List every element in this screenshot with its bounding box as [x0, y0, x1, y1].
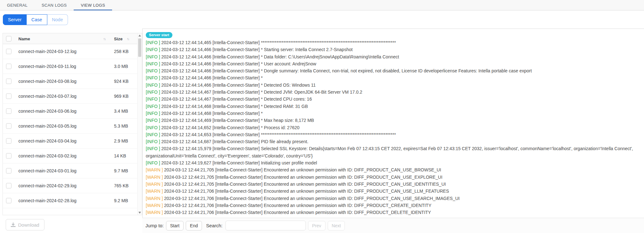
tab-view-logs[interactable]: VIEW LOGS — [74, 0, 112, 10]
name-column-header: Name — [18, 36, 30, 41]
log-line: [WARN ] 2024-03-12 12:44:21,705 [Intella… — [146, 174, 644, 181]
log-line: [INFO ] 2024-03-12 12:44:14,467 [Intella… — [146, 96, 644, 103]
jump-start-button[interactable]: Start — [166, 221, 184, 230]
size-column-header: Size — [114, 36, 123, 41]
log-level-tag: [INFO ] — [146, 90, 161, 95]
log-line: [INFO ] 2024-03-12 12:44:19,627 [Intella… — [146, 159, 644, 166]
file-size: 2.9 MB — [114, 138, 128, 143]
table-row[interactable]: connect-main-2024-03-12.log258 KB — [3, 44, 142, 59]
log-line: [WARN ] 2024-03-12 12:44:21,706 [Intella… — [146, 209, 644, 216]
log-level-tag: [WARN ] — [146, 196, 164, 201]
log-level-tag: [INFO ] — [146, 132, 161, 137]
jump-end-button[interactable]: End — [186, 221, 202, 230]
log-line: [INFO ] 2024-03-12 12:44:14,469 [Intella… — [146, 117, 644, 124]
file-name: connect-main-2024-03-01.log — [18, 168, 77, 173]
log-level-tag: [INFO ] — [146, 125, 161, 130]
log-file-panel: Name ↑↓ Size ↑↓ connect-main-2024-03-12.… — [3, 33, 142, 215]
file-size: 3.0 MB — [114, 64, 128, 69]
file-name: connect-main-2024-03-11.log — [18, 64, 76, 69]
table-row[interactable]: connect-main-2024-03-02.log14 KB — [3, 149, 142, 163]
log-line: [INFO ] 2024-03-12 12:44:14,465 [Intella… — [146, 39, 644, 46]
download-button[interactable]: Download — [6, 219, 44, 230]
table-row[interactable]: connect-main-2024-03-06.log3.4 MB — [3, 104, 142, 119]
file-table-header: Name ↑↓ Size ↑↓ — [3, 33, 142, 44]
scroll-down-icon[interactable] — [138, 212, 141, 214]
toggle-server-button[interactable]: Server — [3, 14, 27, 25]
log-level-tag: [INFO ] — [146, 54, 161, 59]
log-level-tag: [INFO ] — [146, 68, 161, 73]
file-name: connect-main-2024-03-02.log — [18, 153, 77, 158]
log-line: organizationalUnit='Intella Connect', ci… — [146, 152, 644, 159]
next-button[interactable]: Next — [328, 221, 345, 230]
file-name: connect-main-2024-02-29.log — [18, 183, 77, 188]
search-label: Search: — [206, 223, 223, 228]
file-name: connect-main-2024-03-08.log — [18, 79, 77, 84]
sort-name-icon[interactable]: ↑↓ — [103, 37, 105, 41]
log-line: [INFO ] 2024-03-12 12:44:14,466 [Intella… — [146, 67, 644, 74]
log-line: [INFO ] 2024-03-12 12:44:14,466 [Intella… — [146, 74, 644, 81]
log-level-tag: [INFO ] — [146, 40, 161, 45]
log-line: [WARN ] 2024-03-12 12:44:21,705 [Intella… — [146, 166, 644, 173]
row-checkbox[interactable] — [6, 94, 11, 99]
log-level-tag: [INFO ] — [146, 146, 161, 151]
sort-size-icon[interactable]: ↑↓ — [127, 37, 129, 41]
log-line: [INFO ] 2024-03-12 12:44:14,652 [Intella… — [146, 124, 644, 131]
scroll-up-icon[interactable] — [138, 35, 141, 37]
row-checkbox[interactable] — [6, 123, 11, 129]
log-level-tag: [INFO ] — [146, 104, 161, 109]
log-line: [WARN ] 2024-03-12 12:44:21,706 [Intella… — [146, 202, 644, 209]
table-row[interactable]: connect-main-2024-02-29.log765 KB — [3, 178, 142, 193]
row-checkbox[interactable] — [6, 168, 11, 174]
row-checkbox[interactable] — [6, 153, 11, 159]
file-name: connect-main-2024-03-04.log — [18, 138, 77, 143]
download-icon — [11, 223, 16, 227]
log-level-tag: [INFO ] — [146, 160, 161, 165]
row-checkbox[interactable] — [6, 198, 11, 203]
file-list: connect-main-2024-03-12.log258 KBconnect… — [3, 44, 142, 208]
table-row[interactable]: connect-main-2024-02-28.log9.2 MB — [3, 193, 142, 208]
toggle-case-button[interactable]: Case — [27, 14, 47, 25]
jump-to-label: Jump to: — [145, 223, 164, 228]
table-row[interactable]: connect-main-2024-03-11.log3.0 MB — [3, 59, 142, 74]
log-line: [INFO ] 2024-03-12 12:44:14,468 [Intella… — [146, 103, 644, 110]
table-row[interactable]: connect-main-2024-03-04.log2.9 MB — [3, 134, 142, 149]
scrollbar-thumb[interactable] — [138, 38, 141, 57]
log-source-toggle: Server Case Node — [3, 14, 68, 25]
log-level-tag: [WARN ] — [146, 210, 164, 215]
log-lines: [INFO ] 2024-03-12 12:44:14,465 [Intella… — [146, 39, 644, 216]
file-name: connect-main-2024-03-05.log — [18, 123, 77, 129]
row-checkbox[interactable] — [6, 79, 11, 84]
log-level-tag: [WARN ] — [146, 167, 164, 172]
log-line: [INFO ] 2024-03-12 12:44:14,466 [Intella… — [146, 46, 644, 53]
tab-general[interactable]: GENERAL — [0, 0, 35, 10]
prev-button[interactable]: Prev — [308, 221, 325, 230]
table-row[interactable]: connect-main-2024-03-08.log924 KB — [3, 74, 142, 89]
log-level-tag: [WARN ] — [146, 175, 164, 180]
select-all-checkbox[interactable] — [6, 36, 11, 41]
file-size: 9.2 MB — [114, 198, 128, 203]
log-line: [INFO ] 2024-03-12 12:44:14,468 [Intella… — [146, 110, 644, 117]
log-line: [WARN ] 2024-03-12 12:44:21,706 [Intella… — [146, 195, 644, 202]
row-checkbox[interactable] — [6, 49, 11, 54]
row-checkbox[interactable] — [6, 183, 11, 189]
log-level-tag: [INFO ] — [146, 47, 161, 52]
table-row[interactable]: connect-main-2024-03-05.log5.3 MB — [3, 119, 142, 134]
search-input[interactable] — [225, 221, 306, 230]
tab-scan-logs[interactable]: SCAN LOGS — [35, 0, 74, 10]
row-checkbox[interactable] — [6, 138, 11, 144]
toggle-node-button[interactable]: Node — [47, 14, 68, 25]
file-size: 765 KB — [114, 183, 129, 188]
file-size: 258 KB — [114, 49, 129, 54]
log-footer-bar: Jump to: Start End Search: Prev Next — [142, 218, 644, 233]
log-level-tag: [INFO ] — [146, 118, 161, 123]
table-row[interactable]: connect-main-2024-03-01.log9.7 MB — [3, 163, 142, 178]
row-checkbox[interactable] — [6, 109, 11, 114]
file-list-scrollbar[interactable] — [137, 33, 142, 215]
log-line: [INFO ] 2024-03-12 12:44:14,466 [Intella… — [146, 60, 644, 67]
row-checkbox[interactable] — [6, 64, 11, 69]
table-row[interactable]: connect-main-2024-03-07.log969 KB — [3, 89, 142, 104]
file-name: connect-main-2024-03-07.log — [18, 94, 77, 99]
top-tab-bar: GENERAL SCAN LOGS VIEW LOGS — [0, 0, 644, 10]
log-line: [WARN ] 2024-03-12 12:44:21,705 [Intella… — [146, 181, 644, 188]
log-level-tag: [WARN ] — [146, 203, 164, 208]
